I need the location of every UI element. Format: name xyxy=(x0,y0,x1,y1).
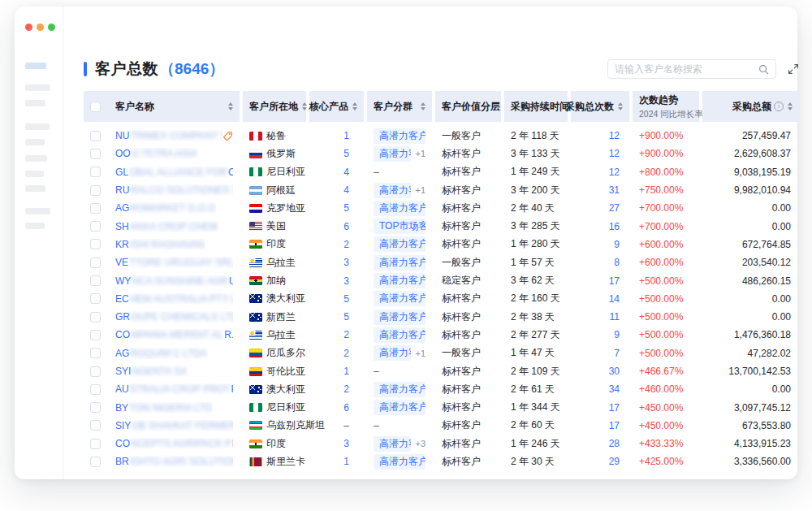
core-product-count[interactable]: 5 xyxy=(343,148,349,159)
column-header-trend[interactable]: 次数趋势2024 同比增长率 xyxy=(633,91,699,122)
customer-name-link[interactable]: WYNCA SUNSHINE AGRU... xyxy=(115,275,233,287)
purchase-count-value[interactable]: 28 xyxy=(609,438,620,449)
customer-name-link[interactable]: AGROMARKET D.O.O xyxy=(115,202,216,214)
customer-name-link[interactable]: COMPANIA MERIDIT ALR... xyxy=(115,329,233,340)
row-checkbox[interactable] xyxy=(90,167,101,177)
purchase-count-value[interactable]: 27 xyxy=(609,202,620,214)
customer-name-link[interactable]: SHANXA CROP CHEM xyxy=(115,221,218,232)
column-header-dur[interactable]: 采购持续时间 xyxy=(504,91,568,122)
row-checkbox[interactable] xyxy=(90,275,101,286)
customer-name-link[interactable]: AUSTRALIA CROP PROTP... xyxy=(115,383,233,395)
core-product-count[interactable]: 6 xyxy=(343,221,349,232)
row-checkbox[interactable] xyxy=(90,149,101,159)
row-checkbox[interactable] xyxy=(90,258,101,268)
purchase-count-value[interactable]: 17 xyxy=(609,275,620,287)
customer-name-link[interactable]: NUTRIMEX COMPANY SAC xyxy=(115,130,222,141)
purchase-count-value[interactable]: 9 xyxy=(614,239,620,250)
search-input[interactable] xyxy=(615,63,758,75)
column-header-amt[interactable]: 采购总额i xyxy=(702,91,799,122)
customer-name-link[interactable]: SIYOB SHAVKAT FERMERX... xyxy=(115,420,233,431)
purchase-count-value[interactable]: 12 xyxy=(609,167,620,178)
customer-name-link[interactable]: BRIGHTO AGRI SOLUTIONLTD xyxy=(115,456,233,467)
sort-control[interactable] xyxy=(302,102,307,110)
column-header-loc[interactable]: 客户所在地 xyxy=(243,91,306,122)
customer-name-link[interactable]: OOO TETRA ASIA xyxy=(115,148,198,159)
segment-tag[interactable]: 高潜力客户 xyxy=(374,201,425,216)
purchase-count-value[interactable]: 9 xyxy=(614,329,620,340)
segment-tag[interactable]: 高潜力客户 xyxy=(374,128,425,144)
search-icon[interactable] xyxy=(758,64,769,75)
segment-tag[interactable]: 高潜力客户 xyxy=(374,327,425,343)
purchase-count-value[interactable]: 14 xyxy=(609,293,620,305)
column-header-count[interactable]: 采购总次数 xyxy=(571,91,629,122)
customer-name-link[interactable]: AGROQUIM C LTDA xyxy=(115,348,208,359)
search-box[interactable] xyxy=(607,59,776,79)
segment-tag[interactable]: 高潜力客户 xyxy=(374,310,425,325)
customer-name-link[interactable]: BYTON NIGERIA LTD xyxy=(115,402,213,414)
sort-control[interactable] xyxy=(352,102,357,110)
segment-tag[interactable]: TOP市场客户 xyxy=(374,219,425,234)
column-header-name[interactable]: 客户名称 xyxy=(84,91,240,122)
core-product-count[interactable]: 5 xyxy=(343,293,349,305)
purchase-count-value[interactable]: 31 xyxy=(609,184,620,196)
core-product-count[interactable]: 5 xyxy=(343,311,349,323)
sort-control[interactable] xyxy=(788,102,793,110)
row-checkbox[interactable] xyxy=(90,131,101,141)
core-product-count[interactable]: 1 xyxy=(343,130,349,141)
purchase-count-value[interactable]: 16 xyxy=(609,221,620,232)
purchase-count-value[interactable]: 17 xyxy=(609,402,620,414)
row-checkbox[interactable] xyxy=(90,203,101,214)
core-product-count[interactable]: 1 xyxy=(343,366,349,377)
row-checkbox[interactable] xyxy=(90,312,101,323)
segment-tag[interactable]: 高潜力客户 xyxy=(374,400,425,415)
customer-name-link[interactable]: KRISHI RAGHAVAN xyxy=(115,239,205,250)
core-product-count[interactable]: 4 xyxy=(343,184,349,196)
purchase-count-value[interactable]: 11 xyxy=(610,311,620,323)
row-checkbox[interactable] xyxy=(90,384,101,395)
customer-name-link[interactable]: ECHEM AUSTRALIA PTY LTD xyxy=(115,293,233,305)
segment-tag[interactable]: 高潜力客户 xyxy=(374,183,411,198)
row-checkbox[interactable] xyxy=(90,439,101,449)
column-header-seg[interactable]: 客户分群 xyxy=(367,91,432,122)
segment-tag[interactable]: 高潜力客户 xyxy=(374,146,411,162)
row-checkbox[interactable] xyxy=(90,293,101,304)
row-checkbox[interactable] xyxy=(90,330,101,340)
customer-name-link[interactable]: CONCEPTS AGRIPACK PE ... xyxy=(115,438,233,449)
core-product-count[interactable]: 2 xyxy=(343,239,349,250)
customer-name-link[interactable]: SYINGENTA SA xyxy=(115,366,188,377)
segment-tag[interactable]: 高潜力客户 xyxy=(374,345,411,361)
purchase-count-value[interactable]: 7 xyxy=(614,348,620,359)
core-product-count[interactable]: 6 xyxy=(343,402,349,414)
core-product-count[interactable]: 3 xyxy=(343,438,349,449)
column-header-core[interactable]: 核心产品 xyxy=(309,91,364,122)
customer-name-link[interactable]: GROUPE CHEMICALS LTD xyxy=(115,311,233,323)
core-product-count[interactable]: 2 xyxy=(343,383,349,395)
core-product-count[interactable]: 1 xyxy=(343,456,349,467)
purchase-count-value[interactable]: 12 xyxy=(609,148,620,159)
info-icon[interactable]: i xyxy=(774,102,784,111)
segment-tag[interactable]: 高潜力客户 xyxy=(374,236,425,252)
purchase-count-value[interactable]: 29 xyxy=(609,456,620,467)
segment-tag[interactable]: 高潜力客户 xyxy=(374,255,425,271)
row-checkbox[interactable] xyxy=(90,402,101,413)
select-all-checkbox[interactable] xyxy=(90,102,101,112)
core-product-count[interactable]: 2 xyxy=(343,348,349,359)
core-product-count[interactable]: 5 xyxy=(343,202,349,214)
sort-control[interactable] xyxy=(618,102,623,110)
row-checkbox[interactable] xyxy=(90,221,101,232)
segment-tag[interactable]: 高潜力客户 xyxy=(374,291,425,306)
segment-tag[interactable]: 高潜力客户 xyxy=(374,382,425,397)
sort-control[interactable] xyxy=(421,102,425,110)
row-checkbox[interactable] xyxy=(90,457,101,467)
row-checkbox[interactable] xyxy=(90,239,101,249)
purchase-count-value[interactable]: 8 xyxy=(614,257,620,268)
sort-control[interactable] xyxy=(228,102,233,110)
core-product-count[interactable]: 3 xyxy=(343,275,349,287)
segment-tag[interactable]: 高潜力客户 xyxy=(374,454,425,470)
purchase-count-value[interactable]: 12 xyxy=(609,130,620,141)
core-product-count[interactable]: 2 xyxy=(343,329,349,340)
core-product-count[interactable]: 3 xyxy=(343,257,349,268)
column-header-tier[interactable]: 客户价值分层 xyxy=(435,91,501,122)
segment-tag[interactable]: 高潜力客户 xyxy=(374,273,425,288)
segment-tag[interactable]: 高潜力客户 xyxy=(374,436,411,452)
